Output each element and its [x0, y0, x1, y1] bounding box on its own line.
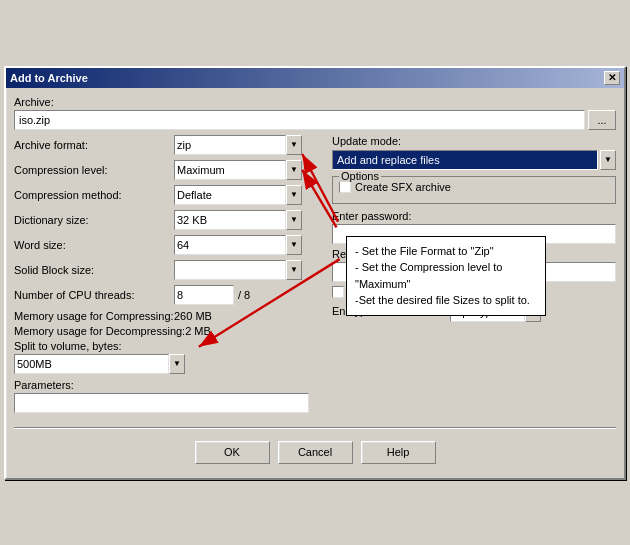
- update-mode-label: Update mode:: [332, 135, 616, 147]
- archive-format-label: Archive format:: [14, 139, 174, 151]
- memory-decompress-label: Memory usage for Decompressing:: [14, 325, 185, 337]
- cpu-max-label: / 8: [238, 289, 250, 301]
- compression-method-label: Compression method:: [14, 189, 174, 201]
- compression-method-input[interactable]: [174, 185, 286, 205]
- show-password-checkbox[interactable]: [332, 286, 344, 298]
- solid-block-row: Solid Block size: ▼: [14, 260, 324, 280]
- archive-input[interactable]: [14, 110, 585, 130]
- archive-format-row: Archive format: ▼: [14, 135, 324, 155]
- title-bar: Add to Archive ✕: [6, 68, 624, 88]
- compression-level-dropdown[interactable]: ▼: [286, 160, 302, 180]
- cpu-threads-row: Number of CPU threads: / 8: [14, 285, 324, 305]
- left-column: Archive format: ▼ Compression level: ▼: [14, 135, 324, 421]
- solid-block-dropdown[interactable]: ▼: [286, 260, 302, 280]
- cancel-button[interactable]: Cancel: [278, 441, 353, 464]
- compression-level-input[interactable]: [174, 160, 286, 180]
- options-title: Options: [339, 170, 381, 182]
- word-size-input[interactable]: [174, 235, 286, 255]
- help-button[interactable]: Help: [361, 441, 436, 464]
- split-volume-input[interactable]: [14, 354, 169, 374]
- tooltip-line3: "Maximum": [355, 276, 537, 293]
- solid-block-input[interactable]: [174, 260, 286, 280]
- solid-block-label: Solid Block size:: [14, 264, 174, 276]
- archive-section: Archive: ...: [14, 96, 616, 130]
- enter-password-label: Enter password:: [332, 210, 616, 222]
- tooltip-box: - Set the File Format to "Zip" - Set the…: [346, 236, 546, 316]
- archive-format-dropdown[interactable]: ▼: [286, 135, 302, 155]
- dialog-body: Archive: ... Archive format: ▼: [6, 88, 624, 478]
- tooltip-line4: -Set the desired file Sizes to split to.: [355, 292, 537, 309]
- word-size-label: Word size:: [14, 239, 174, 251]
- memory-compress-row: Memory usage for Compressing: 260 MB: [14, 310, 324, 322]
- close-button[interactable]: ✕: [604, 71, 620, 85]
- divider: [14, 427, 616, 429]
- split-volume-label: Split to volume, bytes:: [14, 340, 324, 352]
- tooltip-line2: - Set the Compression level to: [355, 259, 537, 276]
- dictionary-size-dropdown[interactable]: ▼: [286, 210, 302, 230]
- dictionary-size-input[interactable]: [174, 210, 286, 230]
- dialog: Add to Archive ✕ Archive: ... Archive fo…: [4, 66, 626, 480]
- compression-method-dropdown[interactable]: ▼: [286, 185, 302, 205]
- options-groupbox: Options Create SFX archive: [332, 176, 616, 204]
- update-mode-dropdown[interactable]: ▼: [600, 150, 616, 170]
- compression-level-label: Compression level:: [14, 164, 174, 176]
- compression-method-row: Compression method: ▼: [14, 185, 324, 205]
- dialog-title: Add to Archive: [10, 72, 88, 84]
- create-sfx-checkbox[interactable]: [339, 181, 351, 193]
- bottom-buttons: OK Cancel Help: [14, 435, 616, 470]
- word-size-dropdown[interactable]: ▼: [286, 235, 302, 255]
- memory-compress-label: Memory usage for Compressing:: [14, 310, 174, 322]
- dictionary-size-row: Dictionary size: ▼: [14, 210, 324, 230]
- parameters-label: Parameters:: [14, 379, 324, 391]
- memory-decompress-row: Memory usage for Decompressing: 2 MB: [14, 325, 324, 337]
- cpu-threads-label: Number of CPU threads:: [14, 289, 174, 301]
- update-mode-value: Add and replace files: [332, 150, 598, 170]
- parameters-input[interactable]: [14, 393, 309, 413]
- create-sfx-row: Create SFX archive: [339, 181, 609, 193]
- split-volume-dropdown[interactable]: ▼: [169, 354, 185, 374]
- parameters-section: Parameters:: [14, 379, 324, 413]
- archive-format-input[interactable]: [174, 135, 286, 155]
- cpu-threads-input[interactable]: [174, 285, 234, 305]
- archive-label: Archive:: [14, 96, 616, 108]
- dictionary-size-label: Dictionary size:: [14, 214, 174, 226]
- memory-compress-value: 260 MB: [174, 310, 212, 322]
- word-size-row: Word size: ▼: [14, 235, 324, 255]
- split-volume-section: Split to volume, bytes: ▼: [14, 340, 324, 374]
- browse-button[interactable]: ...: [588, 110, 616, 130]
- memory-decompress-value: 2 MB: [185, 325, 211, 337]
- compression-level-row: Compression level: ▼: [14, 160, 324, 180]
- ok-button[interactable]: OK: [195, 441, 270, 464]
- tooltip-line1: - Set the File Format to "Zip": [355, 243, 537, 260]
- create-sfx-label: Create SFX archive: [355, 181, 451, 193]
